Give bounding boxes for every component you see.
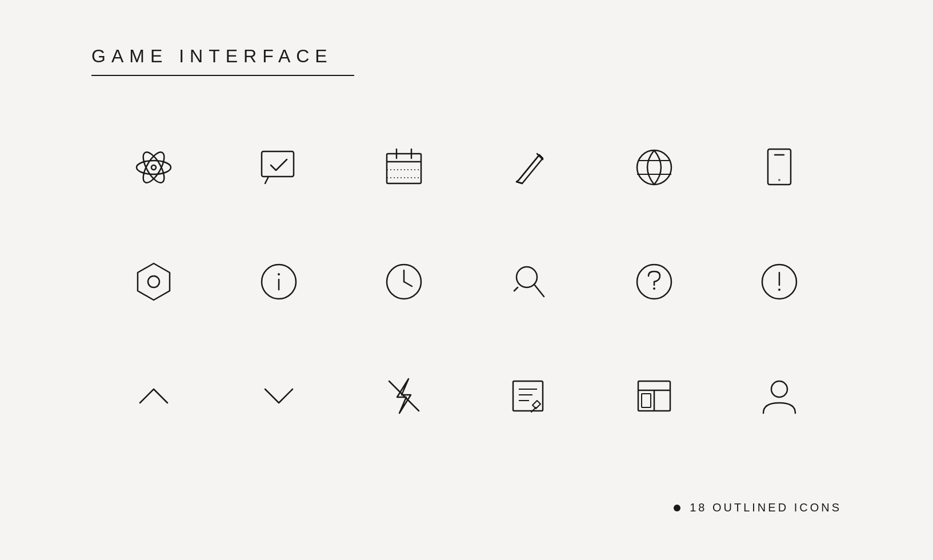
svg-line-29	[535, 285, 544, 297]
svg-point-14	[637, 150, 671, 185]
svg-point-28	[516, 267, 537, 287]
svg-line-30	[514, 287, 518, 291]
svg-point-3	[151, 165, 156, 170]
svg-line-12	[516, 182, 522, 183]
svg-point-24	[278, 273, 280, 275]
title-underline	[91, 75, 354, 76]
svg-point-19	[779, 179, 779, 180]
svg-point-32	[653, 287, 655, 290]
page: GAME INTERFACE	[0, 0, 933, 560]
flash-off-icon	[342, 339, 467, 453]
svg-rect-5	[387, 154, 421, 183]
question-circle-icon	[591, 225, 716, 339]
layout-icon	[591, 339, 716, 453]
search-icon	[466, 225, 591, 339]
chevron-up-icon	[91, 339, 217, 453]
user-icon	[716, 339, 842, 453]
atom-icon	[91, 110, 217, 225]
svg-point-0	[137, 161, 171, 174]
icons-grid	[91, 110, 842, 453]
icons-count-label: 18 OUTLINED ICONS	[690, 501, 842, 514]
title-section: GAME INTERFACE	[91, 46, 842, 76]
exclamation-circle-icon	[716, 225, 842, 339]
svg-point-46	[771, 381, 787, 397]
svg-point-35	[778, 289, 780, 291]
info-circle-icon	[217, 225, 342, 339]
globe-icon	[591, 110, 716, 225]
svg-point-21	[148, 276, 159, 287]
calendar-icon	[342, 110, 467, 225]
chat-check-icon	[217, 110, 342, 225]
clock-icon	[342, 225, 467, 339]
edit-list-icon	[466, 339, 591, 453]
svg-line-27	[404, 282, 412, 286]
pencil-icon	[466, 110, 591, 225]
bottom-label: 18 OUTLINED ICONS	[674, 501, 842, 514]
svg-rect-4	[262, 151, 294, 177]
chevron-down-icon	[217, 339, 342, 453]
svg-rect-45	[642, 394, 651, 407]
bullet-dot	[674, 505, 680, 511]
page-title: GAME INTERFACE	[91, 46, 842, 67]
tablet-icon	[716, 110, 842, 225]
svg-marker-20	[138, 263, 170, 300]
hexagon-settings-icon	[91, 225, 217, 339]
